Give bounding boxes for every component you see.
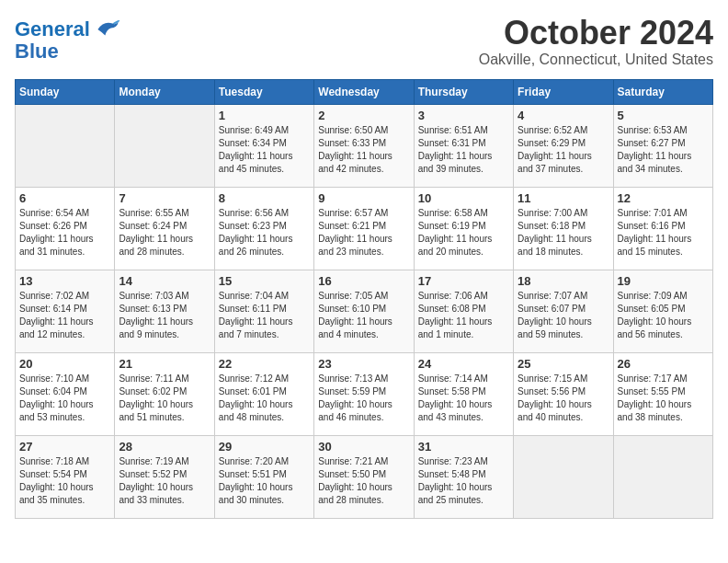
calendar-cell [115,104,214,187]
calendar-cell: 3 Sunrise: 6:51 AMSunset: 6:31 PMDayligh… [414,104,513,187]
day-number: 23 [318,357,409,371]
day-detail: Sunrise: 6:57 AMSunset: 6:21 PMDaylight:… [318,207,409,259]
calendar-cell: 13 Sunrise: 7:02 AMSunset: 6:14 PMDaylig… [16,270,115,352]
day-detail: Sunrise: 7:09 AMSunset: 6:05 PMDaylight:… [618,290,709,341]
day-detail: Sunrise: 6:53 AMSunset: 6:27 PMDaylight:… [618,124,709,176]
calendar-table: SundayMondayTuesdayWednesdayThursdayFrid… [15,79,713,519]
day-number: 21 [119,357,210,371]
weekday-header: Sunday [16,79,115,104]
day-number: 15 [219,274,310,288]
location-title: Oakville, Connecticut, United States [479,52,713,68]
day-detail: Sunrise: 7:17 AMSunset: 5:55 PMDaylight:… [618,373,709,424]
day-number: 1 [219,109,310,122]
calendar-cell [514,435,613,518]
calendar-cell: 11 Sunrise: 7:00 AMSunset: 6:18 PMDaylig… [514,187,613,270]
weekday-header: Thursday [414,79,513,104]
calendar-cell: 6 Sunrise: 6:54 AMSunset: 6:26 PMDayligh… [16,187,115,270]
day-number: 3 [418,109,509,122]
day-number: 17 [418,274,509,288]
day-number: 7 [119,191,210,205]
day-number: 20 [19,357,110,371]
calendar-cell: 30 Sunrise: 7:21 AMSunset: 5:50 PMDaylig… [314,435,414,518]
weekday-header: Saturday [613,79,712,104]
day-detail: Sunrise: 7:18 AMSunset: 5:54 PMDaylight:… [19,455,110,507]
calendar-cell: 25 Sunrise: 7:15 AMSunset: 5:56 PMDaylig… [514,352,613,435]
day-detail: Sunrise: 7:03 AMSunset: 6:13 PMDaylight:… [119,290,210,341]
day-detail: Sunrise: 7:21 AMSunset: 5:50 PMDaylight:… [318,455,409,507]
title-block: October 2024 Oakville, Connecticut, Unit… [479,15,713,68]
day-detail: Sunrise: 7:07 AMSunset: 6:07 PMDaylight:… [518,290,609,341]
day-detail: Sunrise: 7:12 AMSunset: 6:01 PMDaylight:… [219,373,310,424]
calendar-header-row: SundayMondayTuesdayWednesdayThursdayFrid… [16,79,713,104]
day-detail: Sunrise: 7:00 AMSunset: 6:18 PMDaylight:… [518,207,609,259]
day-detail: Sunrise: 7:04 AMSunset: 6:11 PMDaylight:… [219,290,310,341]
day-detail: Sunrise: 6:51 AMSunset: 6:31 PMDaylight:… [418,124,509,176]
calendar-cell: 14 Sunrise: 7:03 AMSunset: 6:13 PMDaylig… [115,270,214,352]
calendar-cell: 19 Sunrise: 7:09 AMSunset: 6:05 PMDaylig… [613,270,712,352]
calendar-cell: 23 Sunrise: 7:13 AMSunset: 5:59 PMDaylig… [314,352,414,435]
day-detail: Sunrise: 6:52 AMSunset: 6:29 PMDaylight:… [518,124,609,176]
logo-bird-icon [92,15,121,44]
day-number: 24 [418,357,509,371]
day-number: 6 [19,191,110,205]
day-number: 29 [219,440,310,454]
weekday-header: Wednesday [314,79,414,104]
weekday-header: Tuesday [214,79,313,104]
calendar-week-row: 13 Sunrise: 7:02 AMSunset: 6:14 PMDaylig… [16,270,713,352]
calendar-cell: 28 Sunrise: 7:19 AMSunset: 5:52 PMDaylig… [115,435,214,518]
calendar-cell [16,104,115,187]
day-number: 18 [518,274,609,288]
day-detail: Sunrise: 7:02 AMSunset: 6:14 PMDaylight:… [19,290,110,341]
logo-text: General [15,18,90,40]
day-detail: Sunrise: 7:10 AMSunset: 6:04 PMDaylight:… [19,373,110,424]
calendar-cell: 29 Sunrise: 7:20 AMSunset: 5:51 PMDaylig… [214,435,313,518]
day-number: 5 [618,109,709,122]
calendar-cell: 2 Sunrise: 6:50 AMSunset: 6:33 PMDayligh… [314,104,414,187]
calendar-cell: 31 Sunrise: 7:23 AMSunset: 5:48 PMDaylig… [414,435,513,518]
day-number: 10 [418,191,509,205]
day-detail: Sunrise: 7:01 AMSunset: 6:16 PMDaylight:… [618,207,709,259]
page-header: General Blue October 2024 Oakville, Conn… [15,15,713,68]
logo: General Blue [15,15,121,63]
day-number: 16 [318,274,409,288]
day-number: 14 [119,274,210,288]
day-detail: Sunrise: 6:55 AMSunset: 6:24 PMDaylight:… [119,207,210,259]
day-detail: Sunrise: 6:58 AMSunset: 6:19 PMDaylight:… [418,207,509,259]
day-detail: Sunrise: 6:54 AMSunset: 6:26 PMDaylight:… [19,207,110,259]
calendar-week-row: 27 Sunrise: 7:18 AMSunset: 5:54 PMDaylig… [16,435,713,518]
day-number: 4 [518,109,609,122]
month-title: October 2024 [479,15,713,52]
calendar-cell: 16 Sunrise: 7:05 AMSunset: 6:10 PMDaylig… [314,270,414,352]
calendar-cell: 7 Sunrise: 6:55 AMSunset: 6:24 PMDayligh… [115,187,214,270]
calendar-cell: 17 Sunrise: 7:06 AMSunset: 6:08 PMDaylig… [414,270,513,352]
day-number: 12 [618,191,709,205]
calendar-cell: 10 Sunrise: 6:58 AMSunset: 6:19 PMDaylig… [414,187,513,270]
day-detail: Sunrise: 7:05 AMSunset: 6:10 PMDaylight:… [318,290,409,341]
day-detail: Sunrise: 6:56 AMSunset: 6:23 PMDaylight:… [219,207,310,259]
day-number: 22 [219,357,310,371]
calendar-cell: 5 Sunrise: 6:53 AMSunset: 6:27 PMDayligh… [613,104,712,187]
calendar-cell: 21 Sunrise: 7:11 AMSunset: 6:02 PMDaylig… [115,352,214,435]
day-number: 8 [219,191,310,205]
weekday-header: Monday [115,79,214,104]
calendar-week-row: 20 Sunrise: 7:10 AMSunset: 6:04 PMDaylig… [16,352,713,435]
calendar-cell: 1 Sunrise: 6:49 AMSunset: 6:34 PMDayligh… [214,104,313,187]
weekday-header: Friday [514,79,613,104]
day-number: 26 [618,357,709,371]
day-number: 2 [318,109,409,122]
day-number: 31 [418,440,509,454]
calendar-cell: 27 Sunrise: 7:18 AMSunset: 5:54 PMDaylig… [16,435,115,518]
day-detail: Sunrise: 6:50 AMSunset: 6:33 PMDaylight:… [318,124,409,176]
calendar-cell: 15 Sunrise: 7:04 AMSunset: 6:11 PMDaylig… [214,270,313,352]
day-detail: Sunrise: 7:19 AMSunset: 5:52 PMDaylight:… [119,455,210,507]
calendar-cell: 18 Sunrise: 7:07 AMSunset: 6:07 PMDaylig… [514,270,613,352]
day-detail: Sunrise: 7:15 AMSunset: 5:56 PMDaylight:… [518,373,609,424]
calendar-cell: 26 Sunrise: 7:17 AMSunset: 5:55 PMDaylig… [613,352,712,435]
calendar-cell: 9 Sunrise: 6:57 AMSunset: 6:21 PMDayligh… [314,187,414,270]
day-number: 9 [318,191,409,205]
calendar-cell: 4 Sunrise: 6:52 AMSunset: 6:29 PMDayligh… [514,104,613,187]
day-detail: Sunrise: 7:11 AMSunset: 6:02 PMDaylight:… [119,373,210,424]
day-number: 27 [19,440,110,454]
calendar-cell: 20 Sunrise: 7:10 AMSunset: 6:04 PMDaylig… [16,352,115,435]
day-number: 28 [119,440,210,454]
